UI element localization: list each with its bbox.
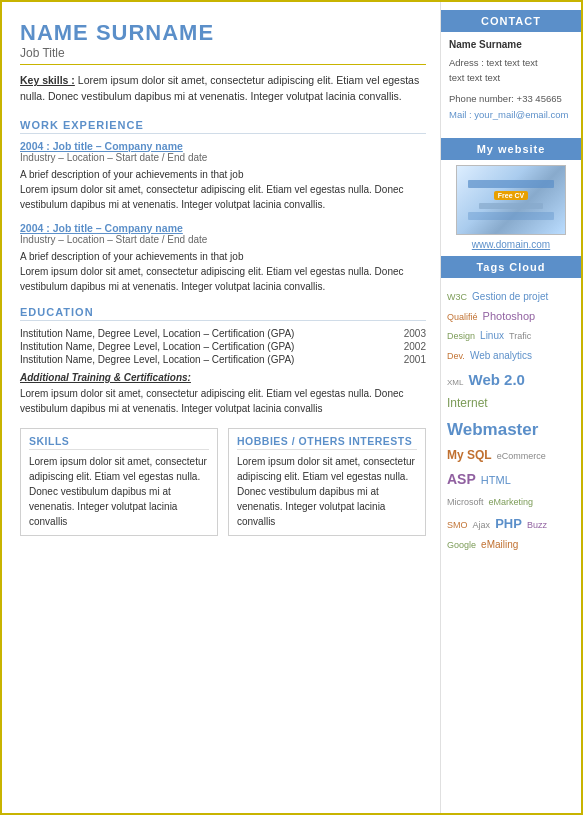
key-skills-label: Key skills : [20,74,75,86]
tag-mysql: My SQL [447,448,492,462]
job-2-desc-long: Lorem ipsum dolor sit amet, consectetur … [20,266,404,292]
thumb-badge: Free CV [494,191,528,200]
job-1-desc-long: Lorem ipsum dolor sit amet, consectetur … [20,184,404,210]
tag-webanalytics: Web analytics [470,350,532,361]
job-2-desc-line1: A brief description of your achievements… [20,251,243,262]
job-title: Job Title [20,46,426,60]
job-entry-2: 2004 : Job title – Company name Industry… [20,222,426,294]
tag-dev: Dev. [447,351,465,361]
website-section: My website Free CV www.domain.com [441,138,581,256]
thumb-bar-2 [479,203,544,209]
job-2-industry: Industry – Location – Start date / End d… [20,234,426,245]
key-skills-text: Lorem ipsum dolor sit amet, consectetur … [20,74,419,102]
edu-row-1: Institution Name, Degree Level, Location… [20,327,426,340]
resume-header: NAME SURNAME Job Title [20,20,426,65]
full-name: NAME SURNAME [20,20,426,46]
tag-emailing: eMailing [481,539,518,550]
thumb-bar-3 [468,212,554,220]
edu-entry-1-year: 2003 [386,327,426,340]
hobbies-text: Lorem ipsum dolor sit amet, consectetur … [237,454,417,529]
job-entry-1: 2004 : Job title – Company name Industry… [20,140,426,212]
education-header: EDUCATION [20,304,426,321]
website-thumbnail: Free CV [456,165,566,235]
contact-header: CONTACT [441,10,581,32]
contact-name: Name Surname [449,37,573,53]
tags-cloud-content: W3C Gestion de projet Qualifié Photoshop… [441,283,581,565]
edu-row-2: Institution Name, Degree Level, Location… [20,340,426,353]
website-header: My website [441,138,581,160]
tag-design: Design [447,331,475,341]
resume-page: NAME SURNAME Job Title Key skills : Lore… [0,0,583,815]
work-experience-header: WORK EXPERIENCE [20,117,426,134]
tag-ajax: Ajax [473,520,491,530]
tag-microsoft: Microsoft [447,497,484,507]
tag-photoshop: Photoshop [483,310,536,322]
tag-trafic: Trafic [509,331,531,341]
tags-cloud-header: Tags Cloud [441,256,581,278]
tag-asp: ASP [447,471,476,487]
education-section: EDUCATION Institution Name, Degree Level… [20,304,426,416]
job-2-title: 2004 : Job title – Company name [20,222,426,234]
tag-smo: SMO [447,520,468,530]
skills-header: SKILLS [29,435,209,450]
additional-training-label: Additional Training & Certifications: [20,372,426,383]
education-table: Institution Name, Degree Level, Location… [20,327,426,366]
job-2-desc: A brief description of your achievements… [20,249,426,294]
tag-webmaster: Webmaster [447,420,538,439]
contact-address: Adress : text text text text text text [449,55,573,85]
job-1-industry: Industry – Location – Start date / End d… [20,152,426,163]
tag-web20: Web 2.0 [469,371,525,388]
header-divider [20,64,426,65]
main-column: NAME SURNAME Job Title Key skills : Lore… [2,2,441,813]
skills-box: SKILLS Lorem ipsum dolor sit amet, conse… [20,428,218,536]
contact-mail: Mail : your_mail@email.com [449,107,573,122]
edu-entry-2-year: 2002 [386,340,426,353]
contact-address-2: text text text [449,72,500,83]
tag-w3c: W3C [447,292,467,302]
work-experience-section: WORK EXPERIENCE 2004 : Job title – Compa… [20,117,426,294]
tag-internet: Internet [447,396,488,410]
thumb-bar-1 [468,180,554,188]
key-skills-section: Key skills : Lorem ipsum dolor sit amet,… [20,73,426,105]
website-url[interactable]: www.domain.com [441,239,581,256]
tag-qualifie: Qualifié [447,312,478,322]
tag-ecommerce: eCommerce [497,451,546,461]
job-1-desc-line1: A brief description of your achievements… [20,169,243,180]
contact-section: CONTACT Name Surname Adress : text text … [441,10,581,132]
job-1-title: 2004 : Job title – Company name [20,140,426,152]
job-1-desc: A brief description of your achievements… [20,167,426,212]
tag-php: PHP [495,516,522,531]
contact-address-1: Adress : text text text [449,57,538,68]
edu-entry-3-year: 2001 [386,353,426,366]
contact-phone: Phone number: +33 45665 [449,91,573,106]
tags-cloud-section: Tags Cloud W3C Gestion de projet Qualifi… [441,256,581,565]
hobbies-box: HOBBIES / OTHERS INTERESTS Lorem ipsum d… [228,428,426,536]
tag-google: Google [447,540,476,550]
skills-text: Lorem ipsum dolor sit amet, consectetur … [29,454,209,529]
edu-entry-2-text: Institution Name, Degree Level, Location… [20,340,386,353]
tag-emarketing: eMarketing [489,497,534,507]
tag-gestion: Gestion de projet [472,291,548,302]
tag-html: HTML [481,474,511,486]
hobbies-header: HOBBIES / OTHERS INTERESTS [237,435,417,450]
sidebar: CONTACT Name Surname Adress : text text … [441,2,581,813]
edu-entry-1-text: Institution Name, Degree Level, Location… [20,327,386,340]
additional-training-desc: Lorem ipsum dolor sit amet, consectetur … [20,386,426,416]
tag-buzz: Buzz [527,520,547,530]
tag-linux: Linux [480,330,504,341]
thumb-inner: Free CV [457,166,565,234]
contact-content: Name Surname Adress : text text text tex… [441,37,581,132]
edu-row-3: Institution Name, Degree Level, Location… [20,353,426,366]
tag-xml: XML [447,378,463,387]
edu-entry-3-text: Institution Name, Degree Level, Location… [20,353,386,366]
skills-hobbies-row: SKILLS Lorem ipsum dolor sit amet, conse… [20,428,426,536]
